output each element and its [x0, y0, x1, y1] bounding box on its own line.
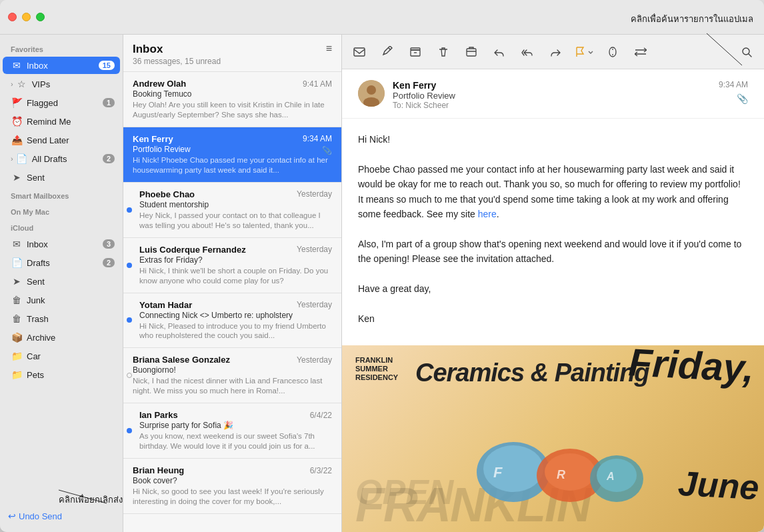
- message-top: Briana Salese Gonzalez Yesterday: [133, 355, 332, 365]
- folder-icon: 📁: [11, 369, 23, 381]
- sidebar-item-label: Inbox: [27, 239, 103, 249]
- message-list-title-group: Inbox 36 messages, 15 unread: [133, 43, 221, 66]
- message-item[interactable]: Brian Heung 6/3/22 Book cover? Hi Nick, …: [123, 459, 341, 514]
- sidebar-item-icloud-trash[interactable]: 🗑 Trash: [3, 310, 120, 327]
- archive-button[interactable]: [406, 43, 425, 61]
- search-button[interactable]: [737, 43, 756, 61]
- reply-button[interactable]: [490, 43, 509, 61]
- email-paragraph-1: Phoebe Chao passed me your contact info …: [358, 162, 748, 222]
- message-time: 9:34 AM: [303, 134, 332, 143]
- message-top: Yotam Hadar Yesterday: [133, 300, 332, 310]
- trash-button[interactable]: [434, 43, 453, 61]
- message-subject: Connecting Nick <> Umberto re: upholster…: [133, 311, 332, 320]
- message-time: Yesterday: [297, 189, 332, 199]
- sidebar-item-icloud-sent[interactable]: ➤ Sent: [3, 273, 120, 290]
- message-top: Ian Parks 6/4/22: [133, 410, 332, 420]
- on-my-mac-label: On My Mac: [0, 203, 123, 219]
- expand-icon: ›: [11, 80, 13, 88]
- reading-pane: Ken Ferry Portfolio Review To: Nick Sche…: [342, 35, 764, 532]
- svg-point-9: [483, 445, 543, 492]
- sidebar-item-sent[interactable]: ➤ Sent: [3, 169, 120, 186]
- email-to: To: Nick Scheer: [393, 101, 711, 110]
- sidebar-item-label: Send Later: [27, 135, 115, 145]
- ceramics-june-text: June: [677, 463, 759, 507]
- message-preview: As you know, next weekend is our sweet S…: [133, 431, 332, 451]
- message-item[interactable]: Briana Salese Gonzalez Yesterday Buongio…: [123, 348, 341, 403]
- sent-icon: ➤: [11, 171, 23, 183]
- sidebar-item-inbox[interactable]: ✉ Inbox 15: [3, 57, 120, 74]
- sidebar-item-icloud-inbox[interactable]: ✉ Inbox 3: [3, 235, 120, 253]
- message-item[interactable]: Ian Parks 6/4/22 Surprise party for Sofi…: [123, 403, 341, 459]
- sidebar-item-label: Remind Me: [27, 117, 115, 127]
- message-time: 9:41 AM: [303, 79, 332, 89]
- attachment-icon: 📎: [322, 146, 332, 155]
- email-link[interactable]: here: [478, 209, 497, 219]
- message-list-header: Inbox 36 messages, 15 unread ≡: [123, 35, 341, 72]
- sidebar-item-label: Inbox: [27, 61, 99, 71]
- sidebar-item-all-drafts[interactable]: › 📄 All Drafts 2: [3, 150, 120, 167]
- message-subject: Portfolio Review: [133, 145, 332, 154]
- sidebar-item-icloud-car[interactable]: 📁 Car: [3, 347, 120, 365]
- message-sender: Ken Ferry: [133, 134, 173, 144]
- folder-icon: 📁: [11, 350, 23, 362]
- sidebar-item-flagged[interactable]: 🚩 Flagged 1: [3, 94, 120, 111]
- message-item[interactable]: Ken Ferry 9:34 AM Portfolio Review Hi Ni…: [123, 127, 341, 183]
- sidebar-item-label: Car: [27, 351, 115, 361]
- toolbar: [342, 35, 764, 69]
- message-item[interactable]: Phoebe Chao Yesterday Student mentorship…: [123, 183, 341, 238]
- archive-icon: 📦: [11, 331, 23, 343]
- message-item[interactable]: Luis Coderque Fernandez Yesterday Extras…: [123, 238, 341, 293]
- message-time: Yesterday: [297, 355, 332, 365]
- message-list-title: Inbox: [133, 43, 221, 56]
- svg-text:A: A: [606, 471, 615, 482]
- sidebar-item-icloud-junk[interactable]: 🗑 Junk: [3, 291, 120, 309]
- sidebar-item-label: Flagged: [27, 98, 103, 108]
- message-time: 6/4/22: [310, 411, 332, 420]
- filter-icon[interactable]: ≡: [326, 43, 332, 55]
- flag-button[interactable]: [574, 46, 594, 58]
- vip-indicator: [127, 373, 132, 378]
- message-item[interactable]: Yotam Hadar Yesterday Connecting Nick <>…: [123, 293, 341, 349]
- message-sender: Briana Salese Gonzalez: [133, 355, 230, 365]
- email-sign-off: Have a great day,: [358, 281, 748, 296]
- undo-send-button[interactable]: ↩ Undo Send: [0, 505, 123, 527]
- sidebar-item-icloud-pets[interactable]: 📁 Pets: [3, 366, 120, 383]
- ceramics-franklin-text: FRANKLINSUMMERRESIDENCY: [355, 356, 398, 383]
- close-button[interactable]: [8, 13, 17, 21]
- move-button[interactable]: [462, 43, 481, 61]
- flagged-badge: 1: [103, 98, 115, 107]
- titlebar: [0, 0, 764, 35]
- sidebar-item-label: Archive: [27, 333, 115, 343]
- junk-icon: 🗑: [11, 294, 23, 306]
- message-subject: Student mentorship: [133, 200, 332, 209]
- message-item[interactable]: Andrew Olah 9:41 AM Booking Temuco Hey O…: [123, 72, 341, 127]
- sidebar-item-send-later[interactable]: 📤 Send Later: [3, 131, 120, 149]
- icloud-inbox-badge: 3: [103, 239, 115, 249]
- sidebar: Favorites ✉ Inbox 15 › ☆ VIPs 🚩 Flagged …: [0, 35, 123, 532]
- minimize-button[interactable]: [22, 13, 31, 21]
- reply-all-button[interactable]: [518, 43, 537, 61]
- forward-button[interactable]: [546, 43, 565, 61]
- sidebar-item-vips[interactable]: › ☆ VIPs: [3, 75, 120, 93]
- more-button[interactable]: [631, 43, 650, 61]
- email-greeting: Hi Nick!: [358, 132, 748, 147]
- traffic-lights: [8, 13, 45, 21]
- inbox-icon: ✉: [11, 238, 23, 250]
- sidebar-item-icloud-archive[interactable]: 📦 Archive: [3, 329, 120, 346]
- message-time: 6/3/22: [310, 466, 332, 475]
- sidebar-item-icloud-drafts[interactable]: 📄 Drafts 2: [3, 254, 120, 271]
- email-paragraph-2: Also, I'm part of a group show that's op…: [358, 237, 748, 267]
- mute-button[interactable]: [603, 43, 622, 61]
- flagged-icon: 🚩: [11, 97, 23, 109]
- sidebar-item-remind-me[interactable]: ⏰ Remind Me: [3, 113, 120, 130]
- to-label: To:: [393, 101, 403, 110]
- smart-mailboxes-label: Smart Mailboxes: [0, 187, 123, 203]
- message-preview: Hi Nick! Phoebe Chao passed me your cont…: [133, 155, 332, 175]
- compose-button[interactable]: [378, 43, 397, 61]
- maximize-button[interactable]: [36, 13, 45, 21]
- email-meta: Ken Ferry Portfolio Review To: Nick Sche…: [393, 80, 711, 110]
- new-message-button[interactable]: [350, 43, 369, 61]
- email-time: 9:34 AM: [719, 80, 748, 89]
- unread-indicator: [127, 263, 132, 268]
- email-header: Ken Ferry Portfolio Review To: Nick Sche…: [342, 69, 764, 119]
